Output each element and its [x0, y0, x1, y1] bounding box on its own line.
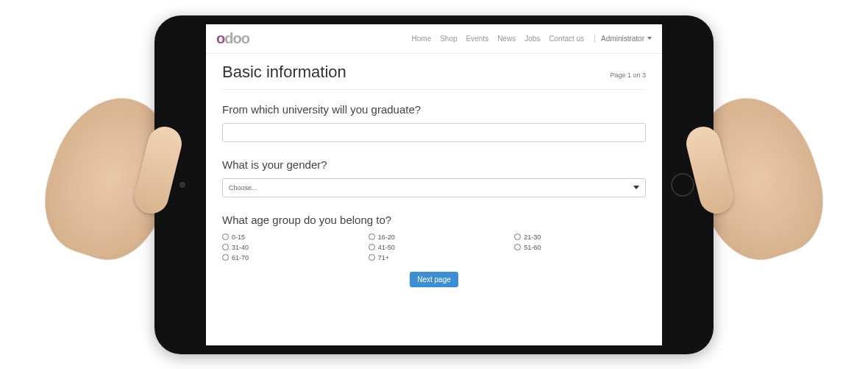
- age-option-21-30[interactable]: 21-30: [514, 233, 646, 241]
- radio-label: 41-50: [378, 244, 395, 251]
- footer: Next page: [222, 272, 646, 292]
- university-input[interactable]: [222, 123, 646, 142]
- gender-select[interactable]: Choose...: [222, 178, 646, 197]
- user-menu[interactable]: Administrator: [594, 35, 652, 43]
- survey-content: Basic information Page 1 on 3 From which…: [206, 54, 662, 345]
- next-page-button[interactable]: Next page: [410, 272, 458, 287]
- nav-link-events[interactable]: Events: [466, 35, 489, 43]
- logo-rest: doo: [224, 30, 249, 46]
- age-option-61-70[interactable]: 61-70: [222, 254, 354, 261]
- age-option-0-15[interactable]: 0-15: [222, 233, 354, 241]
- navbar: odoo Home Shop Events News Jobs Contact …: [206, 24, 662, 54]
- radio-input[interactable]: [514, 244, 521, 250]
- logo[interactable]: odoo: [216, 30, 249, 47]
- radio-label: 31-40: [232, 244, 249, 251]
- age-option-31-40[interactable]: 31-40: [222, 244, 354, 251]
- nav-link-shop[interactable]: Shop: [440, 35, 457, 43]
- select-caret-icon: [633, 186, 639, 189]
- tablet-frame: odoo Home Shop Events News Jobs Contact …: [154, 15, 714, 354]
- title-row: Basic information Page 1 on 3: [222, 63, 646, 90]
- thumb-left: [131, 123, 185, 217]
- radio-input[interactable]: [222, 233, 229, 240]
- question-university: From which university will you graduate?: [222, 103, 646, 116]
- question-age: What age group do you belong to?: [222, 214, 646, 226]
- logo-accent: o: [216, 30, 224, 46]
- radio-input[interactable]: [514, 233, 521, 240]
- screen: odoo Home Shop Events News Jobs Contact …: [206, 24, 662, 345]
- nav-link-jobs[interactable]: Jobs: [524, 35, 540, 43]
- radio-input[interactable]: [369, 233, 375, 240]
- user-name: Administrator: [601, 35, 644, 43]
- radio-input[interactable]: [222, 244, 229, 250]
- radio-label: 71+: [378, 254, 389, 261]
- age-option-71plus[interactable]: 71+: [369, 254, 500, 261]
- radio-label: 0-15: [232, 233, 245, 241]
- age-option-51-60[interactable]: 51-60: [514, 244, 646, 251]
- radio-label: 51-60: [524, 244, 541, 251]
- nav-link-home[interactable]: Home: [412, 35, 432, 43]
- gender-select-value: Choose...: [229, 184, 257, 191]
- radio-label: 61-70: [232, 254, 249, 261]
- radio-input[interactable]: [222, 254, 229, 261]
- page-title: Basic information: [222, 63, 346, 82]
- thumb-right: [683, 123, 737, 217]
- nav-link-contact[interactable]: Contact us: [549, 35, 584, 43]
- age-option-16-20[interactable]: 16-20: [369, 233, 500, 241]
- radio-input[interactable]: [369, 254, 375, 261]
- radio-label: 16-20: [378, 233, 395, 241]
- page-indicator: Page 1 on 3: [610, 71, 646, 79]
- radio-input[interactable]: [369, 244, 375, 250]
- age-radio-group: 0-15 16-20 21-30 31-40 41-50: [222, 233, 646, 261]
- nav-link-news[interactable]: News: [497, 35, 516, 43]
- age-option-41-50[interactable]: 41-50: [369, 244, 500, 251]
- question-gender: What is your gender?: [222, 158, 646, 171]
- caret-down-icon: [647, 37, 652, 40]
- radio-label: 21-30: [524, 233, 541, 241]
